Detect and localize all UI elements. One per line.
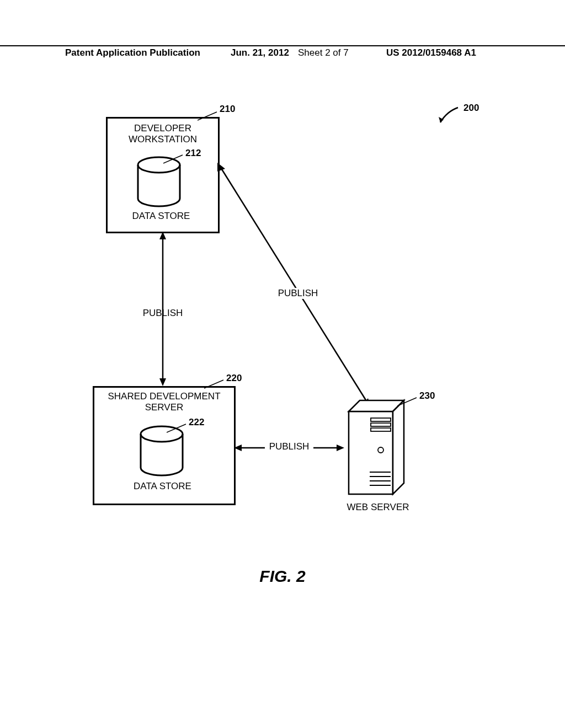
svg-marker-18 bbox=[393, 400, 404, 494]
svg-marker-8 bbox=[217, 163, 225, 172]
svg-line-1 bbox=[198, 112, 217, 120]
publish-label-2: PUBLISH bbox=[270, 288, 326, 299]
server-ds-label: DATA STORE bbox=[93, 481, 232, 492]
publish-label-3: PUBLISH bbox=[265, 441, 313, 452]
svg-marker-14 bbox=[234, 445, 242, 451]
svg-marker-6 bbox=[159, 378, 166, 386]
ref-200: 200 bbox=[463, 103, 479, 114]
svg-line-7 bbox=[222, 169, 366, 401]
ref-222: 222 bbox=[189, 417, 204, 428]
svg-line-3 bbox=[163, 155, 183, 163]
ref-210: 210 bbox=[220, 104, 235, 115]
svg-line-10 bbox=[204, 380, 223, 388]
workstation-ds-label: DATA STORE bbox=[106, 211, 216, 222]
publish-label-1: PUBLISH bbox=[135, 308, 190, 319]
svg-line-27 bbox=[397, 398, 417, 406]
workstation-title: DEVELOPER WORKSTATION bbox=[108, 123, 218, 145]
ref-arrow-200 bbox=[436, 105, 463, 127]
webserver-label: WEB SERVER bbox=[331, 502, 425, 513]
server-title: SHARED DEVELOPMENT SERVER bbox=[94, 391, 234, 413]
svg-line-12 bbox=[167, 424, 186, 432]
ref-230: 230 bbox=[419, 390, 435, 402]
ref-212: 212 bbox=[185, 148, 201, 159]
figure-diagram: 200 DEVELOPER WORKSTATION 210 DATA STORE… bbox=[0, 0, 565, 728]
ref-220: 220 bbox=[226, 373, 242, 384]
figure-caption: FIG. 2 bbox=[0, 567, 565, 586]
svg-marker-5 bbox=[159, 232, 166, 239]
